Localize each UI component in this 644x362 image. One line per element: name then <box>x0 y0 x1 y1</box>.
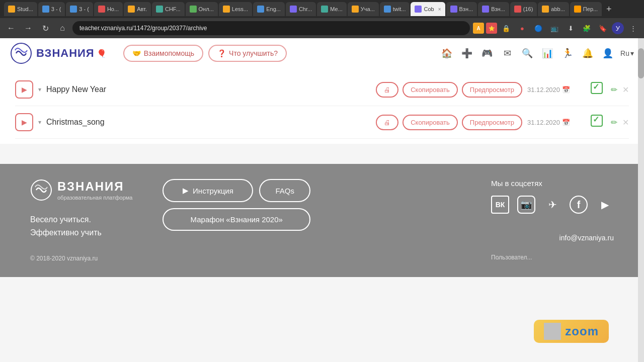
handshake-icon: 🤝 <box>132 49 141 57</box>
back-button[interactable]: ← <box>4 21 18 35</box>
refresh-button[interactable]: ↻ <box>38 21 52 35</box>
improve-button[interactable]: ❓ Что улучшить? <box>208 45 287 62</box>
scroll-thumb[interactable] <box>638 48 644 78</box>
tab-abb[interactable]: abb... <box>538 2 569 16</box>
footer-slogan: Весело учиться. Эффективно учить <box>30 213 132 239</box>
checkbox-checked[interactable] <box>591 115 603 127</box>
tab-twit[interactable]: twit... <box>380 2 410 16</box>
scrollbar[interactable] <box>638 38 644 362</box>
mail-icon[interactable]: ✉ <box>500 46 515 61</box>
ext-icon-9[interactable]: 🔖 <box>596 21 610 35</box>
item-actions: 🖨 Скопировать Предпросмотр <box>376 115 522 130</box>
item-title: Christmas_song <box>46 118 371 127</box>
tab-favicon <box>321 6 328 13</box>
facebook-icon[interactable]: f <box>570 196 588 214</box>
ext-icon-5[interactable]: 🔵 <box>531 21 545 35</box>
marathon-button[interactable]: Марафон «Взнания 2020» <box>163 208 310 231</box>
question-icon: ❓ <box>217 49 226 57</box>
tab-close-icon[interactable]: × <box>438 7 441 12</box>
preview-button[interactable]: Предпросмотр <box>462 82 522 98</box>
plus-icon[interactable]: ➕ <box>459 46 474 61</box>
tab-no[interactable]: Но... <box>94 2 123 16</box>
tab-avt[interactable]: Авт. <box>124 2 151 16</box>
bell-icon[interactable]: 🔔 <box>580 46 595 61</box>
print-button[interactable]: 🖨 <box>376 82 398 98</box>
tab-ucha[interactable]: Уча... <box>348 2 379 16</box>
copy-button[interactable]: Скопировать <box>403 115 458 130</box>
tab-chf[interactable]: CHF... <box>152 2 185 16</box>
item-actions: 🖨 Скопировать Предпросмотр <box>376 82 522 98</box>
home-button[interactable]: ⌂ <box>55 21 69 35</box>
search-icon[interactable]: 🔍 <box>520 46 535 61</box>
chart-icon[interactable]: 📊 <box>540 46 555 61</box>
checkbox-checked[interactable] <box>591 82 603 94</box>
tab-cob[interactable]: Cob × <box>411 2 445 16</box>
edit-icon[interactable]: ✏ <box>611 118 617 127</box>
tab-3b[interactable]: 3 - ( <box>66 2 93 16</box>
footer-logo: ВЗНАНИЯ образовательная платформа <box>30 179 132 201</box>
tab-16[interactable]: (16) <box>510 2 537 16</box>
ext-icon-2[interactable]: ⭐ <box>486 23 497 34</box>
tab-vzn1[interactable]: Взн... <box>446 2 477 16</box>
home-icon[interactable]: 🏠 <box>439 46 454 61</box>
copy-button[interactable]: Скопировать <box>403 82 458 98</box>
run-icon[interactable]: 🏃 <box>560 46 575 61</box>
item-play-button[interactable]: ▶ <box>15 80 33 99</box>
browser-chrome: Stud... 3 - ( 3 - ( Но... Авт. CHF... Он… <box>0 0 644 38</box>
ext-icon-4[interactable]: ● <box>515 21 529 35</box>
user-icon[interactable]: 👤 <box>600 46 615 61</box>
print-button[interactable]: 🖨 <box>376 115 398 130</box>
telegram-icon[interactable]: ✈ <box>543 196 561 214</box>
calendar-icon[interactable]: 📅 <box>562 119 570 126</box>
tab-chr[interactable]: Chr... <box>286 2 316 16</box>
edit-icon[interactable]: ✏ <box>611 85 617 95</box>
address-bar-row: ← → ↻ ⌂ A ⭐ 🔒 ● 🔵 📺 ⬇ 🧩 🔖 У ⋮ <box>0 18 644 38</box>
vk-icon[interactable]: ВК <box>491 196 509 214</box>
delete-icon[interactable]: ✕ <box>622 118 629 127</box>
ext-icon-8[interactable]: 🧩 <box>580 21 594 35</box>
instruction-button[interactable]: ▶ Инструкция <box>163 179 253 202</box>
ext-icon-1[interactable]: A <box>473 23 484 34</box>
tab-eng[interactable]: Eng... <box>253 2 285 16</box>
tab-stud[interactable]: Stud... <box>4 2 37 16</box>
social-icons-row: ВК 📷 ✈ f ▶ <box>491 196 614 214</box>
tab-bar: Stud... 3 - ( 3 - ( Но... Авт. CHF... Он… <box>0 0 644 18</box>
item-check <box>588 115 606 130</box>
ext-icon-6[interactable]: 📺 <box>547 21 561 35</box>
address-input[interactable] <box>72 21 470 35</box>
instagram-icon[interactable]: 📷 <box>517 196 535 214</box>
youtube-icon[interactable]: ▶ <box>596 196 614 214</box>
footer-logo-area: ВЗНАНИЯ образовательная платформа Весело… <box>30 179 132 262</box>
menu-button[interactable]: ⋮ <box>626 21 640 35</box>
forward-button[interactable]: → <box>21 21 35 35</box>
delete-icon[interactable]: ✕ <box>622 85 629 95</box>
tab-me[interactable]: Ме... <box>317 2 347 16</box>
footer-links: ▶ Инструкция FAQs Марафон «Взнания 2020» <box>163 179 310 231</box>
ext-icon-7[interactable]: ⬇ <box>564 21 578 35</box>
tab-onl[interactable]: Онл... <box>186 2 218 16</box>
item-title: Happy New Year <box>46 85 371 94</box>
tab-vzn2[interactable]: Взн... <box>478 2 509 16</box>
item-chevron[interactable]: ▾ <box>38 86 41 93</box>
play-icon: ▶ <box>22 85 27 94</box>
ext-icon-3[interactable]: 🔒 <box>499 21 513 35</box>
tab-per[interactable]: Пер... <box>570 2 602 16</box>
tab-favicon <box>514 6 521 13</box>
tab-favicon <box>352 6 359 13</box>
preview-button[interactable]: Предпросмотр <box>462 115 522 130</box>
tab-less[interactable]: Less... <box>219 2 252 16</box>
faqs-button[interactable]: FAQs <box>259 179 310 202</box>
mutual-help-button[interactable]: 🤝 Взаимопомощь <box>123 45 203 62</box>
gamepad-icon[interactable]: 🎮 <box>479 46 495 61</box>
tab-3a[interactable]: 3 - ( <box>38 2 65 16</box>
calendar-icon[interactable]: 📅 <box>562 86 570 94</box>
item-play-button[interactable]: ▶ <box>15 113 33 131</box>
tab-favicon <box>70 6 77 13</box>
item-chevron[interactable]: ▾ <box>38 119 41 126</box>
new-tab-button[interactable]: + <box>603 3 615 15</box>
play-icon: ▶ <box>183 186 189 195</box>
header-right: 🏠 ➕ 🎮 ✉ 🔍 📊 🏃 🔔 👤 Ru ▾ <box>439 46 634 61</box>
lang-selector[interactable]: Ru ▾ <box>620 49 634 57</box>
user-menu[interactable]: У <box>612 22 624 34</box>
tab-favicon <box>8 6 15 13</box>
